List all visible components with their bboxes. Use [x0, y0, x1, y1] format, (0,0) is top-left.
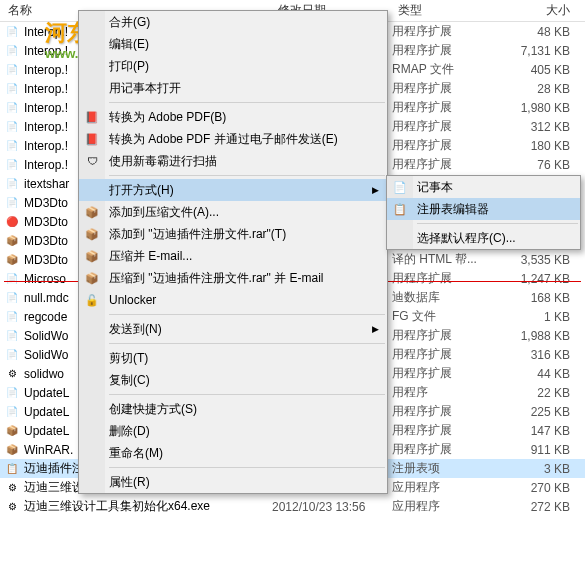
menu-separator — [109, 175, 385, 176]
submenu-arrow-icon: ▶ — [372, 185, 379, 195]
file-icon: 📄 — [4, 138, 20, 154]
file-type: 用程序扩展 — [392, 422, 497, 439]
file-type: 用程序 — [392, 384, 497, 401]
file-size: 3 KB — [497, 462, 585, 476]
file-type: 注册表项 — [392, 460, 497, 477]
menu-item[interactable]: 打开方式(H)▶ — [79, 179, 387, 201]
menu-item-label: 发送到(N) — [109, 321, 162, 338]
file-icon: 🔴 — [4, 214, 20, 230]
file-size: 48 KB — [497, 25, 585, 39]
submenu-item[interactable]: 📋注册表编辑器 — [387, 198, 580, 220]
file-type: 用程序扩展 — [392, 99, 497, 116]
submenu-item[interactable]: 📄记事本 — [387, 176, 580, 198]
menu-item[interactable]: 删除(D) — [79, 420, 387, 442]
file-size: 1 KB — [497, 310, 585, 324]
file-icon: 📄 — [4, 81, 20, 97]
menu-item[interactable]: 📕转换为 Adobe PDF 并通过电子邮件发送(E) — [79, 128, 387, 150]
menu-item-label: 打印(P) — [109, 58, 149, 75]
menu-item[interactable]: 打印(P) — [79, 55, 387, 77]
file-icon: 📦 — [4, 252, 20, 268]
file-type: 应用程序 — [392, 498, 497, 515]
submenu-item[interactable]: 选择默认程序(C)... — [387, 227, 580, 249]
menu-item-icon: 📦 — [84, 226, 100, 242]
file-type: 迪数据库 — [392, 289, 497, 306]
menu-item[interactable]: 重命名(M) — [79, 442, 387, 464]
file-type: 应用程序 — [392, 479, 497, 496]
file-type: 用程序扩展 — [392, 80, 497, 97]
menu-separator — [109, 314, 385, 315]
header-type[interactable]: 类型 — [390, 0, 495, 22]
file-type: 用程序扩展 — [392, 346, 497, 363]
submenu-item-label: 注册表编辑器 — [417, 201, 489, 218]
file-type: 用程序扩展 — [392, 403, 497, 420]
menu-item[interactable]: 📦添加到压缩文件(A)... — [79, 201, 387, 223]
file-size: 44 KB — [497, 367, 585, 381]
file-type: 译的 HTML 帮... — [392, 251, 497, 268]
file-icon: 📦 — [4, 423, 20, 439]
menu-separator — [417, 223, 578, 224]
menu-item-icon: 🔓 — [84, 292, 100, 308]
menu-item[interactable]: 📦压缩并 E-mail... — [79, 245, 387, 267]
menu-item-label: 编辑(E) — [109, 36, 149, 53]
menu-item-icon: 📦 — [84, 204, 100, 220]
menu-item[interactable]: 🛡使用新毒霸进行扫描 — [79, 150, 387, 172]
file-size: 147 KB — [497, 424, 585, 438]
submenu-arrow-icon: ▶ — [372, 324, 379, 334]
file-type: RMAP 文件 — [392, 61, 497, 78]
file-type: 用程序扩展 — [392, 156, 497, 173]
file-size: 225 KB — [497, 405, 585, 419]
menu-item[interactable]: 合并(G) — [79, 11, 387, 33]
menu-separator — [109, 343, 385, 344]
menu-item-label: 压缩并 E-mail... — [109, 248, 192, 265]
file-size: 1,247 KB — [497, 272, 585, 286]
menu-item-label: 剪切(T) — [109, 350, 148, 367]
menu-item[interactable]: 🔓Unlocker — [79, 289, 387, 311]
file-icon: 📦 — [4, 233, 20, 249]
file-type: 用程序扩展 — [392, 137, 497, 154]
context-menu[interactable]: 合并(G)编辑(E)打印(P)用记事本打开📕转换为 Adobe PDF(B)📕转… — [78, 10, 388, 494]
file-size: 168 KB — [497, 291, 585, 305]
file-icon: ⚙ — [4, 480, 20, 496]
menu-separator — [109, 394, 385, 395]
menu-item[interactable]: 发送到(N)▶ — [79, 318, 387, 340]
file-icon: 📄 — [4, 157, 20, 173]
menu-item[interactable]: 创建快捷方式(S) — [79, 398, 387, 420]
open-with-submenu[interactable]: 📄记事本📋注册表编辑器选择默认程序(C)... — [386, 175, 581, 250]
file-size: 405 KB — [497, 63, 585, 77]
menu-item-label: 转换为 Adobe PDF 并通过电子邮件发送(E) — [109, 131, 338, 148]
menu-item[interactable]: 📕转换为 Adobe PDF(B) — [79, 106, 387, 128]
file-type: 用程序扩展 — [392, 441, 497, 458]
file-size: 1,980 KB — [497, 101, 585, 115]
menu-item[interactable]: 📦添加到 "迈迪插件注册文件.rar"(T) — [79, 223, 387, 245]
submenu-item-label: 记事本 — [417, 179, 453, 196]
file-name: 迈迪三维设计工具集初始化x64.exe — [24, 498, 272, 515]
file-icon: ⚙ — [4, 499, 20, 515]
file-size: 270 KB — [497, 481, 585, 495]
menu-item-label: 合并(G) — [109, 14, 150, 31]
menu-item[interactable]: 编辑(E) — [79, 33, 387, 55]
menu-item[interactable]: 📦压缩到 "迈迪插件注册文件.rar" 并 E-mail — [79, 267, 387, 289]
header-size[interactable]: 大小 — [495, 0, 585, 22]
menu-item[interactable]: 用记事本打开 — [79, 77, 387, 99]
menu-item-label: 压缩到 "迈迪插件注册文件.rar" 并 E-mail — [109, 270, 324, 287]
menu-separator — [109, 467, 385, 468]
menu-item-label: 用记事本打开 — [109, 80, 181, 97]
file-icon: 📄 — [4, 290, 20, 306]
menu-item-label: 复制(C) — [109, 372, 150, 389]
file-icon: 📄 — [4, 347, 20, 363]
file-type: 用程序扩展 — [392, 270, 497, 287]
file-size: 312 KB — [497, 120, 585, 134]
menu-item[interactable]: 复制(C) — [79, 369, 387, 391]
file-icon: ⚙ — [4, 366, 20, 382]
file-type: 用程序扩展 — [392, 327, 497, 344]
menu-item-icon: 📕 — [84, 109, 100, 125]
menu-item[interactable]: 属性(R) — [79, 471, 387, 493]
file-icon: 📄 — [4, 62, 20, 78]
file-icon: 📄 — [4, 176, 20, 192]
menu-item[interactable]: 剪切(T) — [79, 347, 387, 369]
file-icon: 📄 — [4, 328, 20, 344]
file-size: 28 KB — [497, 82, 585, 96]
menu-item-label: 删除(D) — [109, 423, 150, 440]
submenu-item-label: 选择默认程序(C)... — [417, 230, 516, 247]
file-row[interactable]: ⚙ 迈迪三维设计工具集初始化x64.exe 2012/10/23 13:56 应… — [0, 497, 585, 516]
